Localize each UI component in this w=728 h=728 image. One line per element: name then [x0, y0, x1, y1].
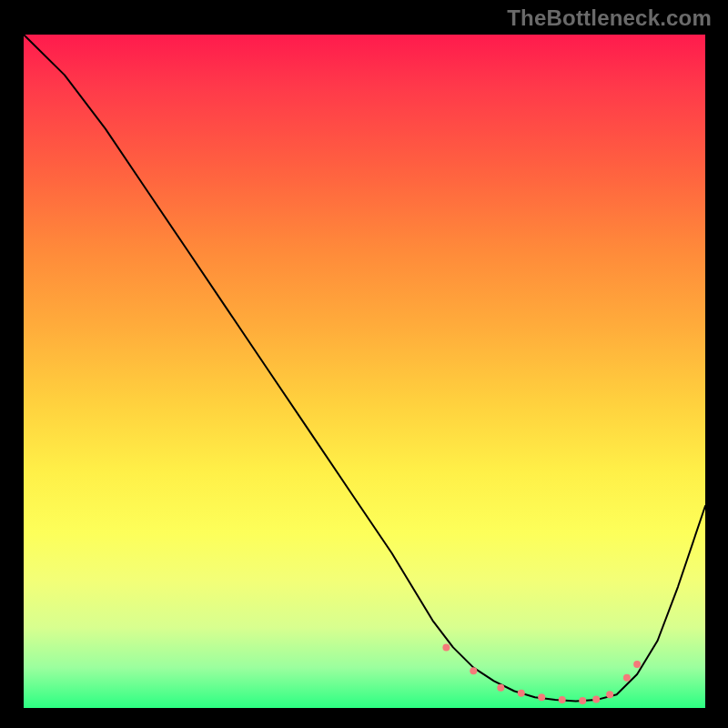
trough-marker	[606, 691, 613, 698]
plot-area	[24, 35, 705, 708]
bottleneck-curve	[24, 35, 705, 708]
trough-marker	[442, 643, 450, 651]
watermark-text: TheBottleneck.com	[507, 5, 712, 31]
chart-frame: TheBottleneck.com	[0, 0, 728, 728]
trough-marker	[559, 696, 566, 703]
trough-marker	[538, 693, 545, 701]
trough-marker	[579, 697, 586, 704]
curve-line	[24, 35, 705, 702]
trough-marker	[592, 695, 600, 703]
trough-marker	[623, 674, 631, 682]
trough-marker	[470, 667, 477, 674]
trough-marker	[518, 690, 525, 697]
trough-marker	[633, 661, 641, 668]
trough-marker	[497, 684, 504, 692]
